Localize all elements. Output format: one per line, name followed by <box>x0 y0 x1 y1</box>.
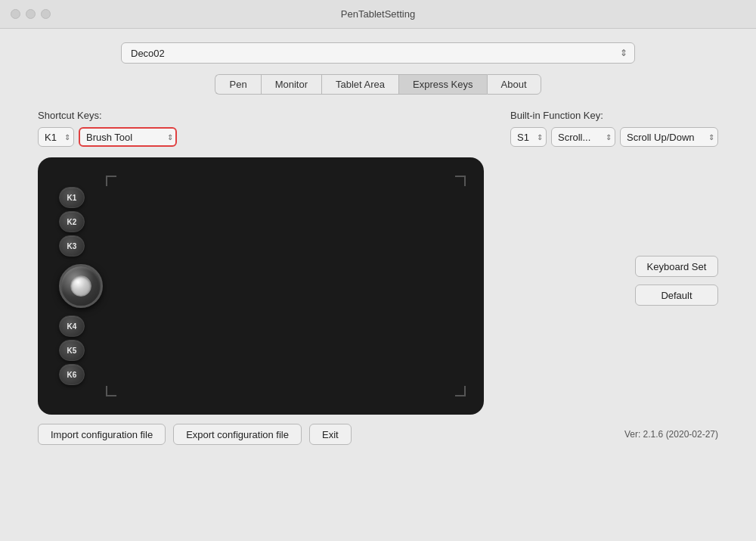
scroll-wheel[interactable] <box>59 264 103 308</box>
tab-monitor[interactable]: Monitor <box>261 74 321 95</box>
key-k2[interactable]: K2 <box>59 211 85 232</box>
controls-row: Shortcut Keys: K1 Brush Tool Built-in Fu… <box>30 110 726 147</box>
builtin-scroll-select[interactable]: Scroll... <box>551 127 615 147</box>
window-title: PenTabletSetting <box>341 8 415 20</box>
keys-column: K1 K2 K3 K4 K5 K6 <box>59 157 103 415</box>
builtin-direction-wrapper: Scroll Up/Down <box>620 127 718 147</box>
shortcut-label: Shortcut Keys: <box>38 110 177 121</box>
bottom-left-buttons: Import configuration file Export configu… <box>38 424 352 445</box>
key-k1[interactable]: K1 <box>59 187 85 208</box>
tablet-illustration: K1 K2 K3 K4 K5 K6 <box>38 157 484 415</box>
tab-express-keys[interactable]: Express Keys <box>398 74 486 95</box>
import-button[interactable]: Import configuration file <box>38 424 166 445</box>
tab-pen[interactable]: Pen <box>215 74 260 95</box>
device-select[interactable]: Deco02 <box>121 42 635 64</box>
right-buttons: Keyboard Set Default <box>635 157 718 306</box>
builtin-controls: S1 Scroll... Scroll Up/Down <box>510 127 718 147</box>
device-selector-wrapper: Deco02 ⇕ <box>121 42 635 64</box>
scroll-wheel-center <box>70 275 91 297</box>
shortcut-controls: K1 Brush Tool <box>38 127 177 147</box>
key-k5[interactable]: K5 <box>59 340 85 361</box>
exit-button[interactable]: Exit <box>309 424 352 445</box>
shortcut-key-select[interactable]: K1 <box>38 127 74 147</box>
shortcut-section: Shortcut Keys: K1 Brush Tool <box>38 110 177 147</box>
key-k4[interactable]: K4 <box>59 316 85 337</box>
version-label: Ver: 2.1.6 (2020-02-27) <box>624 429 718 440</box>
builtin-s1-wrapper: S1 <box>510 127 547 147</box>
builtin-section: Built-in Function Key: S1 Scroll... Scro… <box>510 110 718 147</box>
corner-bracket-br <box>455 386 466 396</box>
builtin-direction-select[interactable]: Scroll Up/Down <box>620 127 718 147</box>
nav-tabs: Pen Monitor Tablet Area Express Keys Abo… <box>215 74 541 95</box>
export-button[interactable]: Export configuration file <box>173 424 302 445</box>
key-k6[interactable]: K6 <box>59 364 85 385</box>
title-bar: PenTabletSetting <box>0 0 756 29</box>
keyboard-set-button[interactable]: Keyboard Set <box>635 256 718 277</box>
bottom-bar: Import configuration file Export configu… <box>30 415 726 445</box>
shortcut-key-wrapper: K1 <box>38 127 74 147</box>
default-button[interactable]: Default <box>635 284 718 306</box>
corner-bracket-tr <box>455 176 466 186</box>
keys-bottom-group: K4 K5 K6 <box>59 316 103 385</box>
tab-tablet-area[interactable]: Tablet Area <box>321 74 398 95</box>
builtin-s1-select[interactable]: S1 <box>510 127 547 147</box>
tab-about[interactable]: About <box>487 74 541 95</box>
corner-bracket-bl <box>106 386 116 396</box>
tablet-row: K1 K2 K3 K4 K5 K6 Keyboard Set Default <box>30 157 726 415</box>
maximize-button[interactable] <box>41 9 51 19</box>
keys-top-group: K1 K2 K3 <box>59 187 103 257</box>
corner-bracket-tl <box>106 176 116 186</box>
close-button[interactable] <box>11 9 20 19</box>
minimize-button[interactable] <box>26 9 36 19</box>
main-content: Deco02 ⇕ Pen Monitor Tablet Area Express… <box>0 29 756 455</box>
builtin-scroll-wrapper: Scroll... <box>551 127 615 147</box>
builtin-label: Built-in Function Key: <box>510 110 718 121</box>
key-k3[interactable]: K3 <box>59 235 85 257</box>
shortcut-function-wrapper: Brush Tool <box>79 127 177 147</box>
shortcut-function-select[interactable]: Brush Tool <box>79 127 177 147</box>
traffic-lights <box>11 9 51 19</box>
